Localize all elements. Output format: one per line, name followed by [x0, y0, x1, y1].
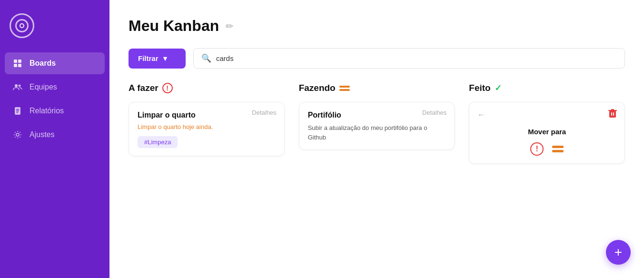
sidebar: Boards Equipes: [0, 0, 109, 278]
svg-rect-0: [14, 60, 17, 63]
svg-rect-3: [18, 64, 21, 67]
svg-point-10: [16, 133, 19, 136]
sidebar-item-boards-label: Boards: [30, 59, 56, 68]
card-portifolio: Detalhes Portifólio Subir a atualização …: [299, 102, 455, 150]
column-a-fazer: A fazer ! Detalhes Limpar o quarto Limpa…: [129, 83, 285, 268]
svg-point-5: [19, 85, 21, 87]
orange-bars-icon: [339, 86, 350, 91]
delete-icon[interactable]: [608, 109, 617, 121]
card-limpar: Detalhes Limpar o quarto Limpar o quarto…: [129, 102, 285, 156]
svg-rect-15: [613, 112, 614, 116]
svg-rect-2: [14, 64, 17, 67]
search-box: 🔍: [193, 48, 625, 69]
app-logo: [0, 0, 109, 52]
grid-icon: [12, 58, 23, 69]
svg-rect-1: [18, 60, 21, 63]
exclamation-icon: !: [162, 83, 173, 93]
orange-bar-1: [339, 86, 350, 88]
move-orange-bar-1: [552, 146, 564, 148]
svg-rect-13: [611, 109, 614, 110]
column-title-fazendo: Fazendo: [299, 83, 336, 93]
logo-outer-circle: [10, 13, 34, 38]
card-title-limpar: Limpar o quarto: [138, 111, 252, 119]
column-header-fazendo: Fazendo: [299, 83, 455, 93]
filter-button-label: Filtrar: [138, 54, 159, 62]
column-title-a-fazer: A fazer: [129, 83, 159, 93]
column-fazendo: Fazendo Detalhes Portifólio Subir a atua…: [299, 83, 455, 268]
move-orange-bar-2: [552, 150, 564, 152]
svg-rect-9: [16, 112, 18, 113]
sidebar-navigation: Boards Equipes: [0, 52, 109, 146]
move-label: Mover para: [477, 128, 617, 136]
card-title-portifolio: Portifólio: [308, 111, 422, 119]
logo-inner-circle: [15, 19, 29, 32]
sidebar-item-equipes[interactable]: Equipes: [5, 76, 105, 98]
column-header-feito: Feito ✓: [469, 83, 625, 93]
filter-button[interactable]: Filtrar ▾: [129, 49, 186, 69]
move-card-top: ←: [477, 109, 617, 121]
sidebar-item-relatorios[interactable]: Relatórios: [5, 100, 105, 122]
logo-dot: [20, 23, 24, 28]
card-details-portifolio[interactable]: Detalhes: [422, 109, 446, 116]
checkmark-icon: ✓: [495, 83, 502, 93]
column-title-feito: Feito: [469, 83, 490, 93]
page-header: Meu Kanban ✏: [129, 17, 625, 35]
move-to-red-icon[interactable]: !: [530, 142, 544, 156]
svg-rect-11: [609, 111, 616, 118]
back-arrow-icon[interactable]: ←: [477, 110, 485, 120]
chevron-down-icon: ▾: [163, 54, 167, 63]
doc-icon: [12, 106, 23, 116]
column-feito: Feito ✓ ← Mo: [469, 83, 625, 268]
users-icon: [12, 82, 23, 92]
column-header-a-fazer: A fazer !: [129, 83, 285, 93]
sidebar-item-ajustes[interactable]: Ajustes: [5, 124, 105, 146]
orange-bar-2: [339, 89, 350, 91]
edit-icon[interactable]: ✏: [226, 20, 234, 32]
sidebar-item-relatorios-label: Relatórios: [30, 107, 64, 115]
card-move: ← Mover para !: [469, 102, 625, 164]
kanban-columns: A fazer ! Detalhes Limpar o quarto Limpa…: [129, 83, 625, 268]
move-to-orange-icon[interactable]: [552, 146, 564, 152]
sidebar-item-boards[interactable]: Boards: [5, 52, 105, 74]
search-input[interactable]: [216, 54, 617, 62]
svg-rect-14: [611, 112, 612, 116]
sidebar-item-ajustes-label: Ajustes: [30, 130, 54, 139]
toolbar: Filtrar ▾ 🔍: [129, 48, 625, 69]
svg-rect-8: [16, 110, 19, 111]
card-tag-limpeza[interactable]: #Limpeza: [138, 136, 178, 148]
move-icons: !: [477, 142, 617, 156]
page-title: Meu Kanban: [129, 17, 219, 35]
search-icon: 🔍: [201, 53, 211, 63]
main-content: Meu Kanban ✏ Filtrar ▾ 🔍 A fazer ! Detal…: [109, 0, 644, 278]
svg-rect-7: [16, 109, 19, 110]
gear-icon: [12, 129, 23, 140]
card-details-link[interactable]: Detalhes: [252, 109, 276, 116]
fab-add-button[interactable]: +: [606, 240, 631, 265]
svg-point-4: [15, 84, 18, 87]
card-desc-portifolio: Subir a atualização do meu portifólio pa…: [308, 123, 446, 142]
sidebar-item-equipes-label: Equipes: [30, 83, 57, 91]
card-desc-limpar: Limpar o quarto hoje ainda.: [138, 123, 276, 130]
